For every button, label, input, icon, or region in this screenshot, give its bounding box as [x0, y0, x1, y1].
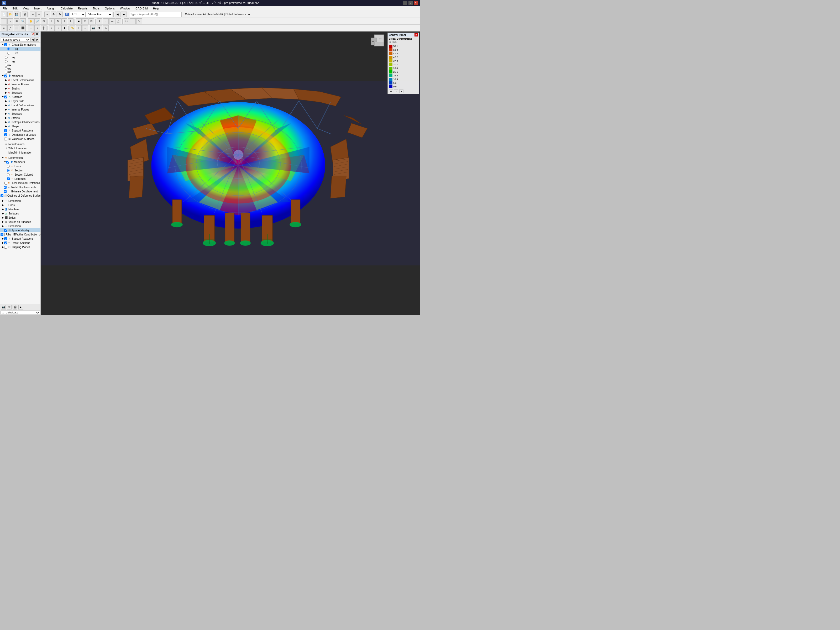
nav-type-display[interactable]: ▤ Type of display — [0, 228, 40, 232]
tb3-camera[interactable]: 📷 — [90, 25, 96, 31]
nav-shape[interactable]: ▶ ⊕ Shape — [0, 124, 40, 128]
nav-ux-radio[interactable] — [7, 52, 10, 55]
prev-result-button[interactable]: ◀ — [115, 11, 120, 17]
maximize-button[interactable]: □ — [409, 1, 413, 5]
animate-button[interactable]: ▷ — [136, 18, 142, 24]
nav-nodal-disp[interactable]: ● Nodal Displacements — [0, 185, 40, 189]
next-result-button[interactable]: ▶ — [121, 11, 127, 17]
menu-tools[interactable]: Tools — [91, 6, 101, 11]
undo-button[interactable]: ↩ — [30, 11, 36, 17]
save-button[interactable]: 💾 — [14, 11, 19, 17]
tb2-btn4[interactable]: 🔍 — [20, 18, 26, 24]
tb2-btn2[interactable]: - — [7, 18, 13, 24]
view-front[interactable]: F — [49, 18, 55, 24]
nav-uy[interactable]: uy — [0, 55, 40, 59]
menu-file[interactable]: File — [1, 6, 9, 11]
nav-global-xyz-combo[interactable]: 1 - Global XYZ — [0, 311, 40, 315]
nav-dist-loads-checkbox[interactable] — [4, 133, 7, 136]
nav-result-sections[interactable]: ▶ ✂ Result Sections — [0, 241, 40, 245]
tb3-solid[interactable]: ⬛ — [20, 25, 26, 31]
nav-clipping-checkbox[interactable] — [4, 246, 7, 249]
tb3-undo[interactable]: ⎌ — [103, 25, 109, 31]
nav-outlines-checkbox[interactable] — [0, 194, 3, 197]
tb3-load-node[interactable]: ↓ — [49, 25, 55, 31]
nav-local-def-surf[interactable]: ▶ ⊕ Local Deformations — [0, 103, 40, 107]
tb3-support[interactable]: ⊥ — [28, 25, 34, 31]
nav-deform-section[interactable]: ⊓ Section — [0, 168, 40, 172]
render-wire[interactable]: □ — [82, 18, 88, 24]
nav-phix-radio[interactable] — [5, 64, 8, 67]
menu-edit[interactable]: Edit — [11, 6, 19, 11]
nav-strains-members[interactable]: ▶ ⊕ Strains — [0, 86, 40, 90]
view-top[interactable]: T — [62, 18, 67, 24]
nav-uy-radio[interactable] — [5, 56, 8, 59]
menu-window[interactable]: Window — [118, 6, 132, 11]
nav-stresses-members[interactable]: ▶ ⊕ Stresses — [0, 90, 40, 95]
nav-title-info[interactable]: ℹ Title Information — [0, 146, 40, 150]
nav-nodal-disp-checkbox[interactable] — [4, 186, 6, 189]
nav-deform-members[interactable]: ▼ 👤 Members — [0, 160, 40, 164]
cp-export-button[interactable]: ↗ — [394, 90, 398, 93]
redo-button[interactable]: ↪ — [36, 11, 42, 17]
nav-deform-extremes-checkbox[interactable] — [7, 177, 10, 180]
nav-dimension[interactable]: ▶ ↔ Dimension — [0, 199, 40, 203]
nav-solids[interactable]: ▶ ⬛ Solids — [0, 216, 40, 220]
nav-u-abs-radio[interactable] — [7, 47, 10, 51]
nav-global-deformations[interactable]: ▼ ⊕ Global Deformations — [0, 43, 40, 47]
show-members[interactable]: — — [109, 18, 115, 24]
nav-bottom-btn4[interactable]: ▶ — [18, 305, 23, 309]
render-hiddenline[interactable]: ⊟ — [88, 18, 94, 24]
nav-maxmin-info[interactable]: ↕ Max/Min Information — [0, 150, 40, 155]
print-button[interactable]: 🖨 — [22, 11, 28, 17]
minimize-button[interactable]: – — [403, 1, 407, 5]
tb3-surf[interactable]: ⬜ — [14, 25, 19, 31]
show-grid[interactable]: # — [96, 18, 103, 24]
tb3-release[interactable]: ○ — [35, 25, 40, 31]
pan-button[interactable]: ✋ — [28, 18, 34, 24]
nav-members2[interactable]: ▶ 👤 Members — [0, 207, 40, 211]
nav-type-display-checkbox[interactable] — [4, 229, 7, 232]
menu-calculate[interactable]: Calculate — [59, 6, 74, 11]
nav-phiy[interactable]: φy — [0, 67, 40, 70]
tb2-btn1[interactable]: + — [1, 18, 7, 24]
nav-lines[interactable]: ▶ — Lines — [0, 203, 40, 207]
nav-ux[interactable]: ux — [0, 51, 40, 55]
tb3-dim[interactable]: ↔ — [82, 25, 88, 31]
nav-local-torsional[interactable]: ↻ Local Torsional Rotations — [0, 181, 40, 185]
nav-surfaces-checkbox[interactable] — [4, 96, 7, 98]
nav-next-button[interactable]: ▶ — [35, 38, 39, 42]
nav-deform-lines[interactable]: — Lines — [0, 164, 40, 168]
nav-ribs-checkbox[interactable] — [0, 233, 3, 236]
nav-isotropic[interactable]: ▶ ⊕ Isotropic Characteristics — [0, 120, 40, 124]
tb3-load-line[interactable]: ⤵ — [55, 25, 61, 31]
nav-deform-lines-radio[interactable] — [7, 165, 10, 168]
tb2-btn3[interactable]: ⊞ — [14, 18, 19, 24]
nav-support-react2[interactable]: ▶ ⊥ Support Reactions — [0, 237, 40, 241]
cp-close2-button[interactable]: ✕ — [399, 90, 403, 93]
show-nodes[interactable]: · — [103, 18, 109, 24]
nav-clipping-planes[interactable]: ▶ ⬡ Clipping Planes — [0, 245, 40, 249]
render-solid[interactable]: ■ — [76, 18, 82, 24]
tb3-node[interactable]: ● — [1, 25, 7, 31]
new-button[interactable]: 📄 — [1, 11, 7, 17]
nav-phiz[interactable]: φz — [0, 70, 40, 74]
nav-deform-section-radio[interactable] — [7, 169, 10, 172]
nav-dist-loads[interactable]: ↓ Distribution of Loads — [0, 133, 40, 137]
nav-deform-extremes[interactable]: ↔ Extremes — [0, 177, 40, 181]
nav-analysis-combo[interactable]: Static Analysis — [1, 38, 30, 42]
nav-outlines-deformed[interactable]: ⬜ Outlines of Deformed Surfaces — [0, 193, 40, 198]
view-side[interactable]: S — [55, 18, 61, 24]
nav-global-def-checkbox[interactable] — [4, 43, 7, 46]
nav-bottom-btn2[interactable]: 👁 — [7, 305, 11, 309]
nav-bottom-btn1[interactable]: 📷 — [1, 305, 6, 309]
nav-internal-forces-members[interactable]: ▶ ⊕ Internal Forces — [0, 82, 40, 86]
zoom-button[interactable]: 🔎 — [35, 18, 40, 24]
nav-result-values[interactable]: ≡ Result Values — [0, 142, 40, 146]
tb3-load-surf[interactable]: ⬇ — [62, 25, 67, 31]
nav-phix[interactable]: φx — [0, 63, 40, 67]
tb3-measure[interactable]: 📏 — [69, 25, 75, 31]
load-case-combo[interactable]: LC1 — [70, 12, 85, 17]
nav-deform-sec-colored-radio[interactable] — [7, 173, 10, 176]
deform-button[interactable]: ~ — [130, 18, 136, 24]
nav-deformation-header[interactable]: ▼ ≋ Deformation — [0, 156, 40, 160]
